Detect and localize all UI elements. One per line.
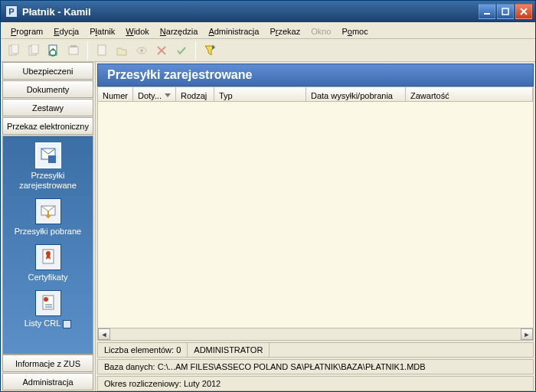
- status-filler: [270, 343, 533, 357]
- menu-widok[interactable]: Widok: [120, 25, 155, 38]
- nav-label: Certyfikaty: [6, 273, 90, 283]
- col-zawartosc[interactable]: Zawartość: [406, 87, 533, 101]
- menubar: Program Edycja Płatnik Widok Narzędzia A…: [1, 22, 535, 39]
- certificate-icon: [35, 244, 61, 270]
- svg-rect-18: [48, 155, 56, 163]
- toolbar-btn-2: [25, 41, 43, 60]
- sidebar-administracja[interactable]: Administracja: [2, 373, 93, 390]
- maximize-button[interactable]: [497, 4, 514, 19]
- svg-rect-5: [11, 44, 18, 54]
- menu-edycja[interactable]: Edycja: [48, 25, 84, 38]
- horizontal-scrollbar[interactable]: ◄ ►: [98, 328, 533, 340]
- menu-okno: Okno: [306, 25, 336, 38]
- sidebar-ubezpieczeni[interactable]: Ubezpieczeni: [2, 62, 93, 80]
- app-icon: P: [5, 5, 18, 18]
- sidebar-informacje[interactable]: Informacje z ZUS: [2, 354, 93, 372]
- sidebar-nav-panel: Przesyłkizarejestrowane Przesyłki pobran…: [2, 136, 93, 354]
- col-doty[interactable]: Doty...: [133, 87, 176, 101]
- status-row-1: Liczba elementów: 0 ADMINISTRATOR: [97, 342, 534, 358]
- svg-rect-10: [69, 47, 78, 54]
- toolbar-separator-2: [195, 41, 196, 60]
- open-icon: [113, 41, 131, 60]
- scroll-right-icon[interactable]: ►: [521, 328, 533, 340]
- toolbar-btn-1: [5, 41, 23, 60]
- nav-przesylki-zarejestrowane[interactable]: Przesyłkizarejestrowane: [3, 136, 93, 192]
- check-icon: [172, 41, 191, 60]
- status-count: Liczba elementów: 0: [98, 343, 188, 357]
- envelope-download-icon: [35, 198, 61, 224]
- status-db: Baza danych: C:\...AM FILES\ASSECO POLAN…: [98, 360, 533, 374]
- svg-rect-0: [484, 13, 490, 15]
- delete-icon: [152, 41, 171, 60]
- sidebar-zestawy[interactable]: Zestawy: [2, 99, 93, 116]
- svg-rect-1: [502, 8, 508, 15]
- col-numer[interactable]: Numer: [98, 87, 133, 101]
- envelope-register-icon: [35, 142, 61, 168]
- nav-label: Przesyłki pobrane: [6, 227, 90, 237]
- titlebar: P Płatnik - Kamil: [1, 1, 535, 22]
- window-title: Płatnik - Kamil: [22, 6, 477, 18]
- toolbar: [1, 39, 535, 62]
- nav-listy-crl[interactable]: Listy CRL: [3, 284, 93, 330]
- view-icon: [132, 41, 151, 60]
- close-button[interactable]: [515, 4, 532, 19]
- status-row-2: Baza danych: C:\...AM FILES\ASSECO POLAN…: [97, 359, 534, 374]
- status-period: Okres rozliczeniowy: Luty 2012: [98, 377, 533, 390]
- crl-list-icon: [35, 290, 61, 316]
- filter-icon[interactable]: [201, 41, 219, 60]
- scroll-track[interactable]: [110, 328, 521, 340]
- menu-narzedzia[interactable]: Narzędzia: [155, 25, 204, 38]
- refresh-icon[interactable]: [44, 41, 63, 60]
- menu-pomoc[interactable]: Pomoc: [336, 25, 373, 38]
- menu-administracja[interactable]: Administracja: [203, 25, 264, 38]
- page-title: Przesyłki zarejestrowane: [97, 64, 534, 87]
- status-user: ADMINISTRATOR: [188, 343, 270, 357]
- nav-label: Przesyłkizarejestrowane: [6, 171, 90, 191]
- nav-label: Listy CRL: [6, 318, 90, 328]
- grid-body[interactable]: ◄ ►: [97, 102, 534, 341]
- nav-przesylki-pobrane[interactable]: Przesyłki pobrane: [3, 192, 93, 238]
- svg-rect-11: [70, 45, 77, 47]
- scroll-left-icon[interactable]: ◄: [98, 328, 110, 340]
- sidebar-dokumenty[interactable]: Dokumenty: [2, 80, 93, 98]
- svg-point-14: [140, 49, 143, 52]
- chevron-down-icon[interactable]: [63, 320, 71, 328]
- menu-program[interactable]: Program: [5, 25, 48, 38]
- toolbar-separator: [87, 41, 88, 60]
- menu-przekaz[interactable]: Przekaz: [264, 25, 306, 38]
- main-area: Przesyłki zarejestrowane Numer Doty... R…: [96, 62, 535, 391]
- sidebar-przekaz[interactable]: Przekaz elektroniczny: [2, 117, 93, 135]
- svg-rect-12: [98, 45, 106, 55]
- svg-rect-7: [31, 44, 38, 54]
- status-row-3: Okres rozliczeniowy: Luty 2012: [97, 376, 534, 391]
- new-doc-icon: [93, 41, 111, 60]
- svg-point-23: [44, 297, 48, 302]
- sidebar: Ubezpieczeni Dokumenty Zestawy Przekaz e…: [1, 62, 96, 391]
- menu-platnik[interactable]: Płatnik: [84, 25, 120, 38]
- nav-certyfikaty[interactable]: Certyfikaty: [3, 238, 93, 284]
- toolbar-btn-4: [64, 41, 83, 60]
- col-rodzaj[interactable]: Rodzaj: [176, 87, 214, 101]
- col-data[interactable]: Data wysyłki/pobrania: [306, 87, 406, 101]
- minimize-button[interactable]: [479, 4, 495, 19]
- col-typ[interactable]: Typ: [214, 87, 306, 101]
- grid-header: Numer Doty... Rodzaj Typ Data wysyłki/po…: [97, 87, 534, 102]
